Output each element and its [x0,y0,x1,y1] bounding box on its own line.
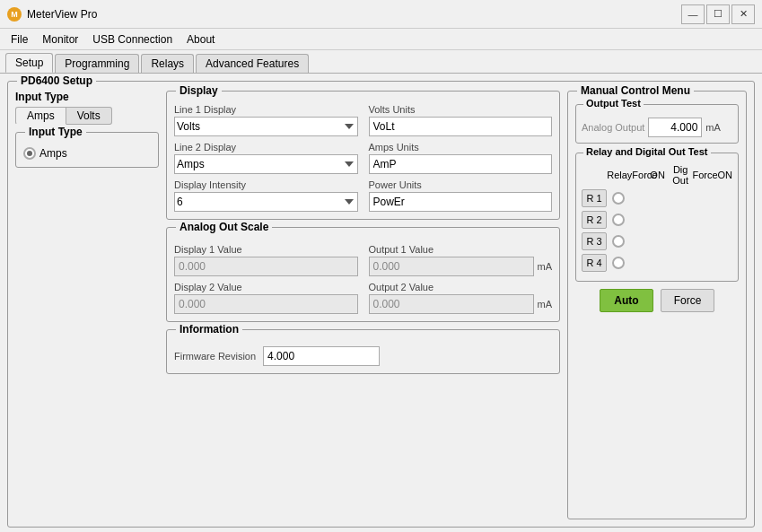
menu-bar: File Monitor USB Connection About [0,29,762,50]
output1-with-unit: mA [369,257,553,276]
right-panel: Manual Control Menu Output Test Analog O… [567,91,747,519]
power-units-input[interactable] [369,192,553,212]
minimize-button[interactable]: — [681,4,705,24]
relay-r3-button[interactable]: R 3 [582,232,607,250]
restore-button[interactable]: ☐ [706,4,730,24]
line1-display-field: Line 1 Display Volts Amps Power None [174,104,358,136]
window-controls: — ☐ ✕ [681,4,755,24]
firmware-input[interactable] [263,346,380,366]
close-button[interactable]: ✕ [731,4,755,24]
force2-header: Force [693,170,718,180]
display-group-title: Display [176,84,222,97]
output1-input[interactable] [369,257,534,276]
intensity-field: Display Intensity 12345 6789 [174,179,358,212]
line2-display-field: Line 2 Display Amps Volts Power None [174,142,358,174]
relay-r1-force-radio[interactable] [612,192,625,205]
pd6400-setup-group: PD6400 Setup Input Type Amps Volts Input… [7,81,755,528]
amps-units-field: Amps Units [369,142,553,174]
line1-select[interactable]: Volts Amps Power None [174,117,358,136]
output1-unit: mA [538,261,553,272]
input-type-tabs: Amps Volts [15,107,159,125]
radio-amps-circle[interactable] [23,147,36,160]
firmware-row: Firmware Revision [174,346,552,366]
output2-field: Output 2 Value mA [369,282,553,314]
relay-header: Relay [607,170,632,180]
relay-row-4: R 4 [582,254,732,272]
force-header: Force [632,170,650,180]
power-units-field: Power Units [369,179,553,212]
relay-row-3: R 3 [582,232,732,250]
tab-setup[interactable]: Setup [5,53,53,73]
output1-field: Output 1 Value mA [369,244,553,276]
intensity-label: Display Intensity [174,179,358,190]
input-type-heading: Input Type [15,91,159,103]
output-test-title: Output Test [583,98,644,109]
output2-label: Output 2 Value [369,282,553,292]
setup-group-title: PD6400 Setup [17,74,96,87]
menu-monitor[interactable]: Monitor [35,31,85,48]
main-content: PD6400 Setup Input Type Amps Volts Input… [0,74,762,532]
info-group-title: Information [176,323,242,336]
input-type-inner-group: Input Type Amps [15,132,159,168]
power-units-label: Power Units [369,179,553,190]
radio-amps-label: Amps [39,147,67,160]
display-group: Display Line 1 Display Volts Amps Power … [166,91,560,220]
auto-button[interactable]: Auto [600,289,653,312]
main-tab-bar: Setup Programming Relays Advanced Featur… [0,50,762,74]
output1-label: Output 1 Value [369,244,553,255]
left-panel: Input Type Amps Volts Input Type Amps [15,91,159,519]
amps-units-input[interactable] [369,154,553,174]
relay-r1-button[interactable]: R 1 [582,189,607,207]
dig-out-header: Dig Out [669,164,693,186]
menu-about[interactable]: About [180,31,222,48]
on-header: ON [650,170,665,180]
analog-output-row: Analog Output mA [582,118,732,137]
tab-advanced-features[interactable]: Advanced Features [196,54,309,73]
tab-programming[interactable]: Programming [55,54,139,73]
display2-input[interactable] [174,294,358,314]
analog-output-unit: mA [705,122,721,133]
display-grid: Line 1 Display Volts Amps Power None Vol… [174,104,552,212]
output-test-group: Output Test Analog Output mA [575,104,739,144]
analog-output-input[interactable] [648,118,702,137]
amps-units-label: Amps Units [369,142,553,153]
menu-usb-connection[interactable]: USB Connection [85,31,180,48]
volts-units-label: Volts Units [369,104,553,115]
relay-row-2: R 2 [582,211,732,229]
output2-with-unit: mA [369,294,553,314]
relay-r4-button[interactable]: R 4 [582,254,607,272]
tab-amps[interactable]: Amps [15,107,66,125]
radio-amps[interactable]: Amps [23,147,151,160]
menu-file[interactable]: File [4,31,35,48]
on2-header: ON [718,170,733,180]
relay-r2-button[interactable]: R 2 [582,211,607,229]
app-icon: M [7,7,22,22]
relay-r3-force-radio[interactable] [612,235,625,248]
tab-relays[interactable]: Relays [141,54,194,73]
relay-group: Relay and Digital Out Test Relay Force O… [575,153,739,282]
bottom-buttons: Auto Force [575,289,739,312]
display1-label: Display 1 Value [174,244,358,255]
intensity-select[interactable]: 12345 6789 [174,192,358,212]
relay-r2-force-radio[interactable] [612,214,625,226]
line2-label: Line 2 Display [174,142,358,153]
middle-panel: Display Line 1 Display Volts Amps Power … [166,91,560,519]
output2-input[interactable] [369,294,534,314]
tab-volts[interactable]: Volts [66,107,112,125]
display2-label: Display 2 Value [174,282,358,292]
line2-select[interactable]: Amps Volts Power None [174,154,358,174]
relay-r4-force-radio[interactable] [612,257,625,269]
force-button[interactable]: Force [661,289,714,312]
app-title: MeterView Pro [27,8,681,21]
display1-input[interactable] [174,257,358,276]
main-layout: Input Type Amps Volts Input Type Amps [15,91,747,519]
line1-label: Line 1 Display [174,104,358,115]
display1-field: Display 1 Value [174,244,358,276]
volts-units-input[interactable] [369,117,553,136]
firmware-label: Firmware Revision [174,351,256,362]
volts-units-field: Volts Units [369,104,553,136]
manual-control-group: Manual Control Menu Output Test Analog O… [567,91,747,519]
manual-control-title: Manual Control Menu [577,84,694,97]
input-type-inner-title: Input Type [25,126,86,138]
relay-row-1: R 1 [582,189,732,207]
